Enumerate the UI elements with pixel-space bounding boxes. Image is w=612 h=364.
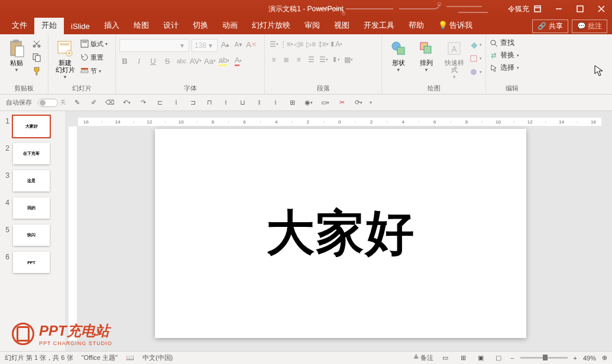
status-language[interactable]: 中文(中国) bbox=[143, 353, 173, 362]
distribute-button[interactable]: ☰▾ bbox=[318, 54, 329, 65]
thumb-preview[interactable]: 快闪 bbox=[13, 225, 50, 246]
distribute-v-qat[interactable]: ⫲ bbox=[270, 98, 281, 108]
comment-button[interactable]: 💬 批注 bbox=[572, 20, 607, 33]
rotate-qat[interactable]: ⟳▾ bbox=[353, 98, 364, 108]
tab-home[interactable]: 开始 bbox=[34, 17, 64, 34]
tab-slideshow[interactable]: 幻灯片放映 bbox=[245, 17, 297, 34]
clear-format-button[interactable]: A✕ bbox=[246, 39, 257, 50]
smartart-button[interactable]: ▦▾ bbox=[343, 54, 354, 65]
thumbnail-slide-5[interactable]: 5快闪 bbox=[2, 225, 63, 246]
status-slide-number[interactable]: 幻灯片 第 1 张，共 6 张 bbox=[5, 353, 73, 362]
reading-view-button[interactable]: ▣ bbox=[475, 353, 487, 363]
find-button[interactable]: 查找 bbox=[490, 38, 519, 48]
decrease-indent-button[interactable]: ◁≡ bbox=[293, 39, 304, 50]
font-size-combo[interactable]: 138▾ bbox=[192, 39, 218, 52]
line-spacing-button[interactable]: ‡≡▾ bbox=[318, 39, 329, 50]
decrease-font-button[interactable]: A▾ bbox=[233, 39, 244, 50]
arrange-button[interactable]: 排列▼ bbox=[413, 37, 439, 75]
highlight-button[interactable]: ab▾ bbox=[219, 56, 229, 66]
section-button[interactable]: 节 ▾ bbox=[80, 65, 108, 77]
thumbnail-slide-1[interactable]: 1大家好 bbox=[2, 116, 63, 137]
spell-check-icon[interactable]: 📖 bbox=[126, 354, 134, 362]
cut-button[interactable] bbox=[32, 38, 41, 50]
shapes-button[interactable]: 形状▼ bbox=[386, 37, 411, 75]
new-slide-button[interactable]: 新建 幻灯片 ▼ bbox=[52, 37, 78, 82]
slideshow-view-button[interactable]: ▢ bbox=[493, 353, 504, 363]
qat-customize-button[interactable]: ▾ bbox=[370, 100, 372, 105]
tab-review[interactable]: 审阅 bbox=[297, 17, 327, 34]
slide-thumbnails-panel[interactable]: 1大家好2在下充哥3这是4我的5快闪6PPT bbox=[0, 111, 65, 351]
align-center-button[interactable]: ≣ bbox=[281, 54, 292, 65]
replace-button[interactable]: 替换 ▾ bbox=[490, 50, 519, 60]
align-text-button[interactable]: ⬍▾ bbox=[331, 54, 341, 65]
shape-fill-button[interactable]: ▾ bbox=[469, 39, 482, 51]
zoom-level[interactable]: 49% bbox=[583, 355, 596, 362]
align-bottom-qat[interactable]: ⊔ bbox=[237, 98, 248, 108]
pen-tool-button[interactable]: ✎ bbox=[72, 98, 82, 108]
align-right-qat[interactable]: ⊐ bbox=[187, 98, 198, 108]
undo-button[interactable]: ↶▾ bbox=[121, 98, 132, 108]
change-case-button[interactable]: Aa▾ bbox=[205, 56, 215, 66]
thumbnail-slide-2[interactable]: 2在下充哥 bbox=[2, 143, 63, 164]
numbering-button[interactable]: ⋮≡▾ bbox=[281, 39, 292, 50]
layout-button[interactable]: 版式 ▾ bbox=[80, 38, 108, 50]
tab-developer[interactable]: 开发工具 bbox=[357, 17, 401, 34]
shadow-button[interactable]: abc bbox=[176, 56, 187, 66]
underline-button[interactable]: U bbox=[148, 56, 158, 66]
reset-button[interactable]: 重置 bbox=[80, 51, 108, 63]
slide-canvas[interactable]: 大家好 bbox=[155, 129, 526, 338]
paste-button[interactable]: 粘贴 ▼ bbox=[4, 37, 30, 75]
tab-transitions[interactable]: 切换 bbox=[186, 17, 215, 34]
autosave-toggle[interactable] bbox=[38, 99, 58, 107]
ribbon-options-button[interactable] bbox=[527, 0, 548, 18]
format-painter-button[interactable] bbox=[32, 65, 41, 77]
eraser-button[interactable]: ⌫ bbox=[105, 98, 115, 108]
zoom-out-button[interactable]: − bbox=[510, 355, 514, 362]
tab-design[interactable]: 设计 bbox=[156, 17, 186, 34]
tab-view[interactable]: 视图 bbox=[327, 17, 357, 34]
minimize-button[interactable] bbox=[548, 0, 569, 18]
align-center-h-qat[interactable]: ⫲ bbox=[171, 98, 182, 108]
thumbnail-slide-3[interactable]: 3这是 bbox=[2, 170, 63, 191]
select-button[interactable]: 选择 ▾ bbox=[490, 63, 519, 73]
quick-styles-button[interactable]: A 快速样式▼ bbox=[442, 37, 467, 82]
slide-text-content[interactable]: 大家好 bbox=[266, 201, 415, 266]
share-button[interactable]: 🔗 共享 bbox=[532, 20, 568, 33]
distribute-h-qat[interactable]: ⫴ bbox=[254, 98, 264, 108]
zoom-slider[interactable] bbox=[520, 357, 568, 359]
zoom-in-button[interactable]: + bbox=[574, 355, 577, 362]
thumb-preview[interactable]: PPT bbox=[13, 252, 50, 273]
align-top-qat[interactable]: ⊓ bbox=[204, 98, 215, 108]
vertical-ruler[interactable] bbox=[69, 126, 77, 340]
highlighter-button[interactable]: ✐ bbox=[88, 98, 99, 108]
sorter-view-button[interactable]: ⊞ bbox=[457, 353, 469, 363]
shape-effects-button[interactable]: ▾ bbox=[469, 66, 482, 78]
combine-qat[interactable]: ◉▾ bbox=[303, 98, 314, 108]
status-notes[interactable]: ≜ 备注 bbox=[413, 353, 433, 362]
font-family-combo[interactable]: ▾ bbox=[119, 39, 189, 52]
increase-font-button[interactable]: A▴ bbox=[220, 39, 231, 50]
shape-outline-qat[interactable]: ▭▾ bbox=[320, 98, 331, 108]
increase-indent-button[interactable]: ▷≡ bbox=[306, 39, 316, 50]
copy-button[interactable] bbox=[32, 51, 41, 63]
thumbnail-slide-4[interactable]: 4我的 bbox=[2, 197, 63, 219]
slide-canvas-area[interactable]: 大家好 bbox=[80, 129, 600, 339]
tab-file[interactable]: 文件 bbox=[5, 17, 34, 34]
font-color-button[interactable]: A▾ bbox=[233, 56, 244, 66]
strikethrough-button[interactable]: S bbox=[162, 56, 173, 66]
italic-button[interactable]: I bbox=[134, 56, 144, 66]
thumb-preview[interactable]: 这是 bbox=[13, 170, 50, 191]
tab-animations[interactable]: 动画 bbox=[215, 17, 245, 34]
group-qat[interactable]: ⊞ bbox=[287, 98, 297, 108]
status-theme[interactable]: "Office 主题" bbox=[82, 353, 118, 362]
close-button[interactable] bbox=[591, 0, 612, 18]
thumb-preview[interactable]: 在下充哥 bbox=[13, 143, 50, 164]
thumb-preview[interactable]: 我的 bbox=[13, 197, 50, 219]
thumb-preview[interactable]: 大家好 bbox=[13, 116, 50, 137]
redo-button[interactable]: ↷ bbox=[138, 98, 148, 108]
user-name[interactable]: 令狐充 bbox=[508, 4, 529, 14]
justify-button[interactable]: ☰ bbox=[306, 54, 316, 65]
tab-draw[interactable]: 绘图 bbox=[127, 17, 156, 34]
tab-insert[interactable]: 插入 bbox=[97, 17, 127, 34]
bullets-button[interactable]: ☰▾ bbox=[268, 39, 279, 50]
